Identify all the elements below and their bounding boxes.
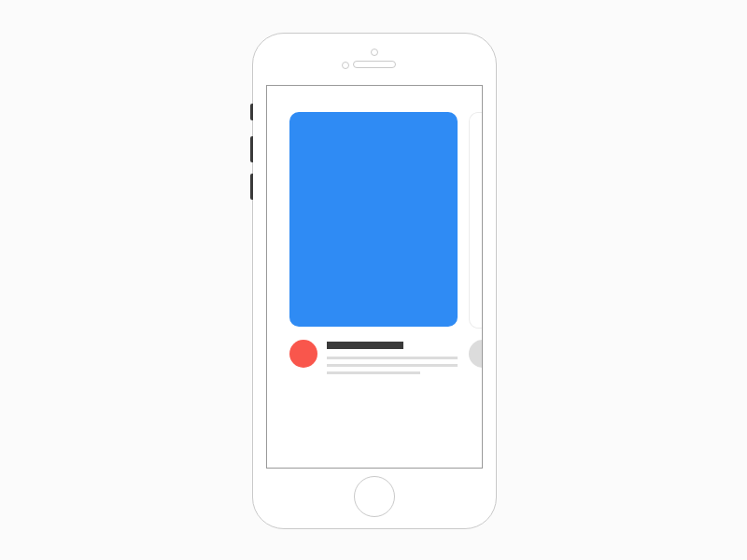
card-title-placeholder <box>327 342 403 349</box>
earpiece-speaker-icon <box>353 61 396 68</box>
card-meta <box>289 340 458 377</box>
avatar-icon[interactable] <box>289 340 317 368</box>
home-button[interactable] <box>354 476 395 517</box>
phone-frame <box>252 33 497 529</box>
text-line-placeholder <box>327 371 420 374</box>
carousel-card-peek[interactable] <box>469 112 483 329</box>
text-line-placeholder <box>327 357 458 359</box>
volume-down-button[interactable] <box>250 174 253 200</box>
carousel-card[interactable] <box>289 112 458 377</box>
proximity-sensor-icon <box>371 49 378 56</box>
mute-switch[interactable] <box>250 104 253 120</box>
phone-screen <box>266 85 483 469</box>
volume-up-button[interactable] <box>250 136 253 162</box>
card-image-placeholder[interactable] <box>289 112 458 327</box>
card-carousel[interactable] <box>267 112 482 468</box>
text-line-placeholder <box>327 364 458 367</box>
front-camera-icon <box>342 62 349 69</box>
avatar-icon[interactable] <box>469 340 483 368</box>
